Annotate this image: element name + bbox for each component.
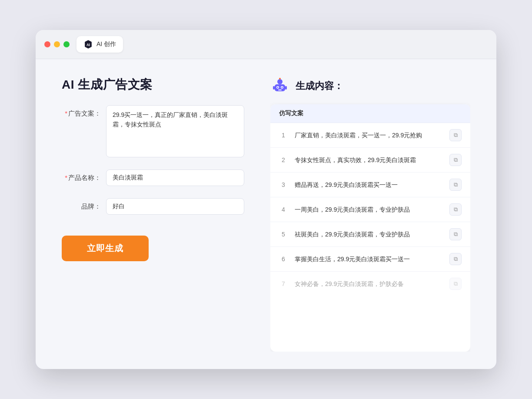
table-row: 2专抹女性斑点，真实功效，29.9元美白淡斑霜⧉ — [270, 148, 470, 173]
row-text: 掌握美白生活，29.9元美白淡斑霜买一送一 — [295, 255, 442, 264]
copy-button[interactable]: ⧉ — [449, 154, 462, 166]
copy-icon: ⧉ — [454, 156, 458, 163]
result-header: 生成内容： — [270, 76, 470, 96]
close-button[interactable] — [44, 41, 50, 47]
copy-icon: ⧉ — [454, 256, 458, 263]
window-controls — [44, 41, 70, 47]
table-row: 4一周美白，29.9元美白淡斑霜，专业护肤品⧉ — [270, 197, 470, 222]
table-body: 1厂家直销，美白淡斑霜，买一送一，29.9元抢购⧉2专抹女性斑点，真实功效，29… — [270, 123, 470, 352]
copy-button[interactable]: ⧉ — [449, 179, 462, 191]
product-name-input[interactable] — [106, 170, 244, 186]
svg-point-7 — [282, 87, 283, 88]
row-text: 祛斑美白，29.9元美白淡斑霜，专业护肤品 — [295, 230, 442, 239]
svg-rect-8 — [278, 90, 282, 90]
copy-button[interactable]: ⧉ — [449, 278, 462, 290]
table-row: 7女神必备，29.9元美白淡斑霜，护肤必备⧉ — [270, 272, 470, 296]
row-text: 厂家直销，美白淡斑霜，买一送一，29.9元抢购 — [295, 131, 442, 140]
svg-rect-12 — [285, 86, 287, 90]
row-text: 专抹女性斑点，真实功效，29.9元美白淡斑霜 — [295, 156, 442, 165]
row-number: 7 — [279, 280, 288, 287]
svg-point-10 — [279, 78, 281, 80]
copy-button[interactable]: ⧉ — [449, 203, 462, 216]
ad-copy-group: *广告文案： — [62, 105, 244, 157]
titlebar: AI AI 创作 — [36, 30, 496, 59]
active-tab[interactable]: AI AI 创作 — [76, 36, 123, 53]
ai-tab-icon: AI — [83, 40, 93, 49]
copy-icon: ⧉ — [454, 280, 458, 287]
copy-button[interactable]: ⧉ — [449, 228, 462, 240]
table-row: 3赠品再送，29.9元美白淡斑霜买一送一⧉ — [270, 173, 470, 197]
row-number: 3 — [279, 181, 288, 188]
svg-point-6 — [277, 87, 279, 88]
ad-copy-label: *广告文案： — [62, 105, 101, 118]
svg-rect-11 — [273, 86, 275, 90]
result-title: 生成内容： — [296, 80, 343, 93]
row-text: 女神必备，29.9元美白淡斑霜，护肤必备 — [295, 279, 442, 289]
row-text: 一周美白，29.9元美白淡斑霜，专业护肤品 — [295, 205, 442, 214]
result-table: 仿写文案 1厂家直销，美白淡斑霜，买一送一，29.9元抢购⧉2专抹女性斑点，真实… — [270, 104, 470, 352]
brand-input[interactable] — [106, 198, 244, 215]
copy-button[interactable]: ⧉ — [449, 253, 462, 265]
copy-button[interactable]: ⧉ — [449, 129, 462, 141]
required-star-2: * — [65, 174, 67, 181]
maximize-button[interactable] — [63, 41, 70, 47]
right-panel: 生成内容： 仿写文案 1厂家直销，美白淡斑霜，买一送一，29.9元抢购⧉2专抹女… — [270, 76, 470, 352]
table-row: 6掌握美白生活，29.9元美白淡斑霜买一送一⧉ — [270, 247, 470, 272]
copy-icon: ⧉ — [454, 181, 458, 188]
minimize-button[interactable] — [54, 41, 60, 47]
row-number: 5 — [279, 231, 288, 238]
required-star-1: * — [65, 110, 67, 117]
ad-copy-input[interactable] — [106, 105, 244, 157]
brand-group: 品牌： — [62, 198, 244, 215]
left-panel: AI 生成广告文案 *广告文案： *产品名称： 品牌： 立 — [62, 76, 244, 352]
table-header: 仿写文案 — [270, 104, 470, 123]
row-number: 1 — [279, 132, 288, 139]
robot-icon — [270, 76, 289, 96]
row-text: 赠品再送，29.9元美白淡斑霜买一送一 — [295, 180, 442, 190]
browser-window: AI AI 创作 AI 生成广告文案 *广告文案： *产品名称： — [36, 30, 496, 369]
copy-icon: ⧉ — [454, 132, 458, 139]
row-number: 4 — [279, 206, 288, 213]
row-number: 2 — [279, 156, 288, 163]
row-number: 6 — [279, 256, 288, 263]
table-row: 5祛斑美白，29.9元美白淡斑霜，专业护肤品⧉ — [270, 222, 470, 247]
product-name-group: *产品名称： — [62, 170, 244, 186]
tab-label: AI 创作 — [96, 40, 116, 48]
copy-icon: ⧉ — [454, 206, 458, 213]
brand-label: 品牌： — [62, 198, 101, 211]
browser-content: AI 生成广告文案 *广告文案： *产品名称： 品牌： 立 — [36, 59, 496, 369]
product-name-label: *产品名称： — [62, 170, 101, 182]
table-row: 1厂家直销，美白淡斑霜，买一送一，29.9元抢购⧉ — [270, 123, 470, 148]
svg-text:AI: AI — [86, 43, 90, 47]
copy-icon: ⧉ — [454, 231, 458, 238]
page-title: AI 生成广告文案 — [62, 76, 244, 93]
generate-button[interactable]: 立即生成 — [62, 236, 149, 261]
